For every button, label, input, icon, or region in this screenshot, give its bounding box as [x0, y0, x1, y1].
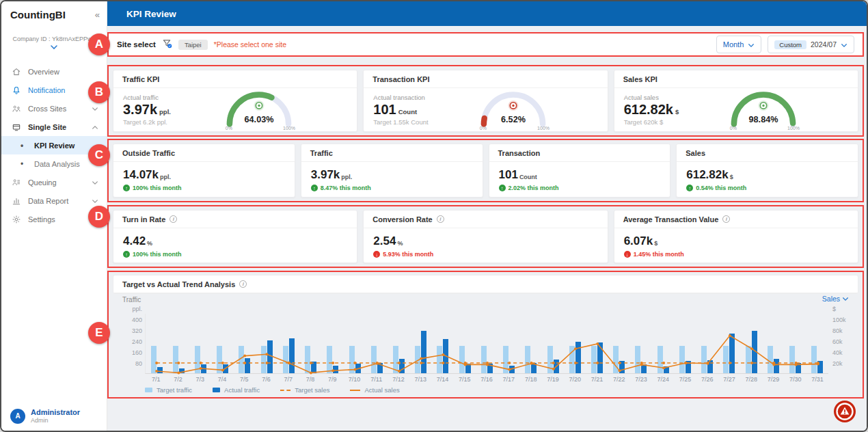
sidebar-item-overview[interactable]: Overview — [1, 62, 107, 81]
x-axis-label: 7/3 — [189, 376, 211, 383]
right-axis-tick: 20k — [832, 360, 856, 367]
kpi-card-body: Actual traffic3.97kppl.Target 6.2k ppl.6… — [113, 88, 357, 131]
left-axis-unit: ppl. — [113, 306, 142, 312]
legend-label: Actual traffic — [224, 386, 260, 394]
site-select-label: Site select — [117, 40, 156, 49]
site-tag-taipei[interactable]: Taipei — [178, 40, 208, 50]
custom-badge: Custom — [774, 40, 806, 49]
user-block[interactable]: A Administrator Admin — [10, 408, 80, 424]
stat-card-sales: Sales612.82k$↑0.54% this month — [676, 144, 858, 198]
svg-text:100%: 100% — [283, 126, 295, 131]
main-area: KPI Review Site select Taipei *Please se… — [107, 1, 867, 431]
info-icon[interactable]: i — [239, 280, 247, 288]
trend-up-icon: ↑ — [686, 185, 693, 191]
sidebar-item-cross-sites[interactable]: Cross Sites — [1, 99, 107, 118]
stat-card-transaction: Transaction101Count↑2.02% this month — [489, 144, 671, 198]
sidebar-item-label: Cross Sites — [28, 105, 66, 113]
x-axis-label: 7/12 — [388, 376, 409, 383]
right-axis-selector[interactable]: Sales — [822, 295, 849, 303]
right-axis-unit: $ — [832, 306, 856, 312]
stat-value: 4.42% — [123, 234, 347, 248]
svg-text:6.52%: 6.52% — [501, 114, 526, 124]
stat-unit: % — [147, 240, 152, 247]
left-axis-tick: 240 — [113, 338, 142, 345]
kpi-gauge-region: Traffic KPIActual traffic3.97kppl.Target… — [107, 65, 864, 137]
x-axis-label: 7/5 — [233, 376, 255, 383]
legend-item-target-traffic[interactable]: Target traffic — [145, 386, 192, 394]
legend-item-target-sales[interactable]: Target sales — [280, 386, 329, 394]
totals-region: Outside Traffic14.07kppl.↑100% this mont… — [107, 139, 864, 202]
metric-value: 612.82k$ — [624, 102, 679, 118]
app-window: CountingBI « Company ID : Yk8rnAxEPPw3 O… — [0, 0, 868, 432]
metric-label: Actual sales — [624, 94, 679, 101]
callout-e: E — [88, 322, 110, 344]
x-axis-label: 7/11 — [366, 376, 388, 383]
trend-change: ↓1.45% this month — [624, 251, 848, 258]
x-axis-label: 7/16 — [476, 376, 498, 383]
stat-card-body: 2.54%↓5.93% this month — [364, 228, 607, 258]
x-axis-label: 7/9 — [321, 376, 343, 383]
x-axis-label: 7/7 — [277, 376, 299, 383]
chart-card-header: Target vs Actual Trend Analysis i — [113, 275, 858, 293]
info-icon[interactable]: i — [722, 215, 730, 223]
metric-unit: Count — [398, 108, 417, 116]
sidebar-collapse-icon[interactable]: « — [95, 10, 100, 20]
trend-change: ↑100% this month — [123, 185, 285, 191]
metric-label: Actual traffic — [123, 94, 171, 101]
x-axis-labels: 7/17/27/37/47/57/67/77/87/97/107/117/127… — [145, 376, 828, 383]
trend-change: ↑8.47% this month — [311, 185, 473, 191]
metric-value: 101Count — [373, 102, 428, 118]
x-axis-label: 7/18 — [520, 376, 542, 383]
date-range-dropdown[interactable]: Custom 2024/07 — [768, 36, 854, 53]
stat-unit: $ — [654, 240, 657, 247]
stat-card-body: 14.07kppl.↑100% this month — [113, 162, 295, 191]
trend-down-icon: ↓ — [373, 251, 380, 258]
sidebar-item-label: Queuing — [28, 178, 57, 187]
stat-card-body: 4.42%↑100% this month — [113, 228, 357, 258]
trend-up-icon: ↑ — [499, 185, 506, 191]
bullet-icon: • — [21, 141, 27, 150]
sidebar-item-label: Notification — [28, 86, 65, 94]
legend-item-actual-sales[interactable]: Actual sales — [350, 386, 399, 394]
stat-unit: % — [397, 240, 403, 247]
alert-fab[interactable] — [833, 400, 856, 423]
stat-card-body: 3.97kppl.↑8.47% this month — [301, 162, 483, 191]
metric-label: Actual transaction — [373, 94, 428, 101]
period-dropdown[interactable]: Month — [716, 36, 762, 53]
trend-change: ↑0.54% this month — [686, 185, 848, 191]
stat-unit: $ — [730, 174, 733, 180]
sidebar-item-single-site[interactable]: Single Site — [1, 118, 107, 136]
left-axis-tick: 160 — [113, 349, 142, 356]
x-axis-label: 7/1 — [145, 376, 167, 383]
legend-item-actual-traffic[interactable]: Actual traffic — [213, 386, 260, 394]
kpi-card-transaction-kpi: Transaction KPIActual transaction101Coun… — [363, 70, 608, 132]
sidebar-item-label: Single Site — [28, 123, 66, 131]
x-axis-label: 7/21 — [586, 376, 608, 383]
x-axis-label: 7/30 — [785, 376, 806, 383]
kpi-card-sales-kpi: Sales KPIActual sales612.82k$Target 620k… — [614, 70, 858, 132]
x-axis-label: 7/25 — [674, 376, 696, 383]
bullet-icon: • — [21, 159, 27, 169]
info-icon[interactable]: i — [169, 215, 177, 223]
filter-icon[interactable] — [162, 38, 172, 51]
chevron-down-icon — [841, 38, 847, 51]
sidebar-item-data-report[interactable]: Data Report — [1, 191, 107, 210]
period-dropdown-value: Month — [723, 40, 744, 49]
stat-card-body: 101Count↑2.02% this month — [489, 162, 670, 191]
svg-text:0%: 0% — [730, 126, 737, 131]
info-icon[interactable]: i — [437, 215, 444, 223]
x-axis-label: 7/6 — [255, 376, 277, 383]
chart-legend: Target trafficActual trafficTarget sales… — [145, 386, 400, 394]
x-axis-label: 7/4 — [211, 376, 233, 383]
svg-text:0%: 0% — [226, 126, 232, 131]
stat-unit: Count — [519, 174, 537, 180]
stat-card-average-transaction-value: Average Transaction Valuei6.07k$↓1.45% t… — [614, 210, 858, 263]
sidebar-item-queuing[interactable]: Queuing — [1, 173, 107, 191]
date-value: 2024/07 — [811, 40, 837, 49]
card-title: Outside Traffic — [113, 144, 295, 162]
metric-target: Target 6.2k ppl. — [123, 118, 171, 126]
trend-chart-card: Target vs Actual Trend Analysis i Traffi… — [113, 275, 858, 294]
metric-target: Target 620k $ — [624, 118, 679, 126]
stat-value: 101Count — [499, 168, 661, 182]
x-axis-label: 7/8 — [299, 376, 321, 383]
